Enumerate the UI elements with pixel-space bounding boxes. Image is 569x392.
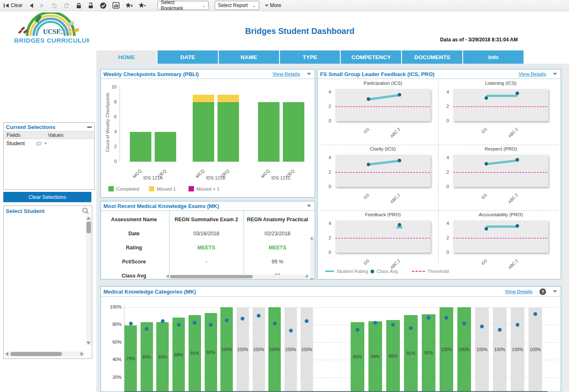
mk-classavg-dot[interactable] xyxy=(161,319,165,323)
clear-selections-button[interactable]: Clear Selections xyxy=(3,192,91,202)
select-bookmark-value: Select Bookmark xyxy=(161,0,198,11)
mk-classavg-dot[interactable] xyxy=(225,318,229,322)
weekly-menu-caret-icon[interactable] xyxy=(307,73,311,75)
mk-menu-caret-icon[interactable] xyxy=(553,290,557,293)
exam-col2-rating: MEETS xyxy=(244,245,311,251)
exams-hscrollbar[interactable] xyxy=(166,275,309,279)
mk-classavg-dot[interactable] xyxy=(241,317,244,320)
weekly-view-details-link[interactable]: View Details xyxy=(273,72,300,76)
fs-y-tick: 2 xyxy=(441,104,449,109)
weekly-y-axis xyxy=(120,86,120,162)
mk-classavg-dot[interactable] xyxy=(391,323,395,327)
fs-plot[interactable] xyxy=(453,89,548,121)
select-student-title: Select Student xyxy=(6,208,45,214)
mk-y-tick: 80% xyxy=(104,322,122,327)
fs-plot[interactable] xyxy=(335,89,430,121)
search-icon[interactable] xyxy=(82,207,89,215)
weekly-title: Weekly Checkpoints Summary (PBLI) xyxy=(103,71,199,77)
right-gutter xyxy=(562,64,569,392)
tab-name[interactable]: NAME xyxy=(219,50,279,64)
fs-plot[interactable] xyxy=(453,155,548,187)
help-icon[interactable]: ? xyxy=(539,288,546,295)
weekly-bar-completed[interactable] xyxy=(218,102,239,162)
forward-icon[interactable] xyxy=(40,3,45,8)
mk-title: Medical Knowledge Categories (MK) xyxy=(103,289,196,295)
fs-classavg-dot xyxy=(485,227,488,231)
more-button[interactable]: More xyxy=(265,2,281,8)
fs-x-tick: ABC 2 xyxy=(503,258,519,275)
weekly-bar-missed1[interactable] xyxy=(193,95,214,102)
redo-icon[interactable] xyxy=(63,2,70,8)
chart-icon[interactable] xyxy=(112,2,120,9)
exams-row-label: Date xyxy=(101,231,167,237)
mk-view-details-link[interactable]: View Details xyxy=(505,289,533,294)
tab-date[interactable]: DATE xyxy=(158,50,218,64)
eraser-icon[interactable] xyxy=(36,141,43,146)
weekly-legend-item[interactable]: Completed xyxy=(108,186,139,191)
student-filter-caret-icon[interactable] xyxy=(44,143,47,144)
fs-y-tick: 2 xyxy=(323,170,331,174)
undo-icon[interactable] xyxy=(51,2,57,8)
weekly-bar-completed[interactable] xyxy=(193,102,214,162)
clear-button[interactable]: Clear xyxy=(3,2,23,8)
weekly-legend-item[interactable]: Missed 1 xyxy=(149,186,176,191)
tab-home[interactable]: HOME xyxy=(96,50,157,64)
exam-col2-name: REGN Anatomy Practical xyxy=(244,217,311,222)
exams-menu-caret-icon[interactable] xyxy=(307,205,311,207)
check-circle-icon[interactable] xyxy=(100,2,107,9)
weekly-bar-completed[interactable] xyxy=(155,132,176,162)
unlock-icon[interactable] xyxy=(88,2,94,9)
mk-classavg-dot[interactable] xyxy=(427,316,430,320)
weekly-bar-completed[interactable] xyxy=(258,102,280,162)
mk-classavg-dot[interactable] xyxy=(516,323,519,327)
exams-row-label: Pct/Score xyxy=(101,259,167,265)
fs-plot[interactable] xyxy=(335,155,430,187)
weekly-legend-item[interactable]: Missed > 1 xyxy=(189,186,220,191)
svg-text:School of: School of xyxy=(59,29,71,31)
bookmark-add-icon[interactable] xyxy=(125,2,133,9)
tab-type[interactable]: TYPE xyxy=(280,50,340,64)
select-bookmark-dropdown[interactable]: Select Bookmark ⌄ xyxy=(158,1,209,10)
mk-classavg-dot[interactable] xyxy=(533,312,537,316)
tab-info[interactable]: Info xyxy=(463,50,524,64)
fs-classavg-dot xyxy=(516,91,519,95)
fs-plot[interactable] xyxy=(453,220,548,253)
mk-bar-label: 85% xyxy=(383,354,403,359)
minimize-icon[interactable] xyxy=(87,127,92,128)
exam-col1-name: REGN Summative Exam 2 xyxy=(170,217,243,222)
fs-classavg-dot xyxy=(398,93,402,97)
weekly-bar-missed1[interactable] xyxy=(218,95,239,102)
page-title: Bridges Student Dashboard xyxy=(157,26,442,36)
svg-text:Medicine: Medicine xyxy=(59,32,71,35)
more-label: More xyxy=(270,2,281,8)
mk-classavg-dot[interactable] xyxy=(129,322,133,325)
lock-icon[interactable] xyxy=(76,2,82,9)
fs-legend-threshold[interactable]: Threshold xyxy=(412,269,449,274)
mk-classavg-dot[interactable] xyxy=(289,329,293,332)
bookmark-remove-icon[interactable] xyxy=(139,2,146,9)
tab-documents[interactable]: DOCUMENTS xyxy=(402,50,462,64)
fs-y-tick: 4 xyxy=(441,221,449,226)
mk-classavg-dot[interactable] xyxy=(209,323,213,327)
fs-legend-classavg[interactable]: Class Avg xyxy=(371,269,398,274)
mk-y-tick: 40% xyxy=(104,357,122,362)
exam-col2-date: 02/23/2018 xyxy=(244,231,311,237)
exams-vscrollbar[interactable] xyxy=(310,236,314,279)
weekly-bar-completed[interactable] xyxy=(130,132,151,162)
fs-student-line xyxy=(486,160,517,164)
mk-classavg-dot[interactable] xyxy=(177,323,181,327)
fs-plot[interactable] xyxy=(335,220,430,253)
tab-competency[interactable]: COMPETENCY xyxy=(341,50,401,64)
fs-legend-student[interactable]: Student Rating xyxy=(325,269,368,274)
fs-view-details-link[interactable]: View Details xyxy=(519,72,546,76)
student-list-hscrollbar[interactable] xyxy=(5,351,84,357)
fs-menu-caret-icon[interactable] xyxy=(553,73,557,75)
mk-classavg-dot[interactable] xyxy=(480,325,484,328)
mk-classavg-dot[interactable] xyxy=(445,316,448,320)
fs-y-tick: 0 xyxy=(323,184,331,189)
back-icon[interactable] xyxy=(29,3,34,8)
student-list-vscrollbar[interactable] xyxy=(86,216,91,345)
weekly-bar-completed[interactable] xyxy=(283,102,304,162)
mk-classavg-dot[interactable] xyxy=(409,326,413,330)
select-report-dropdown[interactable]: Select Report ⌄ xyxy=(215,1,259,10)
